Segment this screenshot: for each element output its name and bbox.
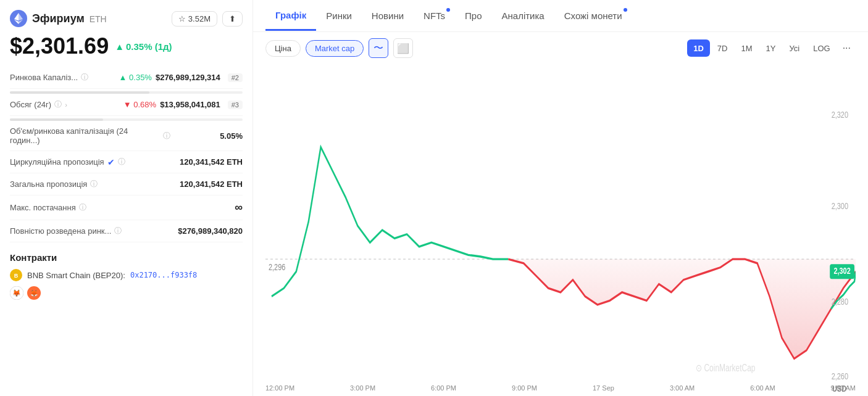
x-label-8: 9:00 AM: [831, 384, 856, 392]
foxwallet-icon[interactable]: 🦊: [27, 286, 41, 300]
up-arrow-icon: ▲: [115, 41, 124, 52]
tab-news[interactable]: Новини: [362, 2, 414, 30]
contract-address[interactable]: 0x2170...f933f8: [130, 271, 197, 279]
info-icon-max[interactable]: ⓘ: [79, 202, 86, 213]
svg-text:2,302: 2,302: [833, 266, 850, 276]
info-icon-volume[interactable]: ⓘ: [54, 99, 62, 110]
candle-icon: ⬜: [397, 43, 409, 54]
time-btn-log[interactable]: LOG: [807, 39, 836, 57]
stat-row-circ-supply: Циркуляційна пропозиція ✔ ⓘ 120,341,542 …: [10, 151, 243, 173]
tab-analytics[interactable]: Аналітика: [492, 2, 554, 30]
svg-text:🦊: 🦊: [12, 289, 21, 297]
volume-rank-badge: #3: [228, 101, 243, 109]
price-chart: 2,320 2,300 2,280 2,260 2,296 2,302 ⊙ Co…: [265, 64, 856, 396]
price-filter-btn[interactable]: Ціна: [265, 40, 301, 57]
tab-markets[interactable]: Ринки: [316, 2, 362, 30]
stat-row-market-cap: Ринкова Капаліз... ⓘ ▲ 0.35% $276,989,12…: [10, 67, 243, 89]
stat-row-fdv: Повністю розведена ринк... ⓘ $276,989,34…: [10, 220, 243, 242]
info-icon-circ[interactable]: ⓘ: [118, 157, 125, 167]
nav-tabs: Графік Ринки Новини NFTs Про Аналітика С…: [253, 0, 868, 32]
info-icon[interactable]: ⓘ: [81, 72, 88, 83]
rank-badge: #2: [228, 73, 243, 82]
fdv-value: $276,989,340,820: [178, 226, 243, 236]
chevron-icon[interactable]: ›: [65, 101, 67, 109]
time-btn-7d[interactable]: 7D: [711, 39, 734, 57]
stat-row-max-supply: Макс. постачання ⓘ ∞: [10, 196, 243, 220]
x-label-1: 12:00 PM: [265, 384, 294, 392]
vol-mcap-value: 5.05%: [220, 131, 243, 141]
coin-header: Эфириум ETH ☆ 3.52M ⬆: [10, 10, 243, 27]
share-button[interactable]: ⬆: [222, 11, 243, 27]
contract-row-bnb: B BNB Smart Chain (BEP20): 0x2170...f933…: [10, 269, 243, 281]
x-label-5: 17 Sep: [593, 384, 614, 392]
circ-supply-value: 120,341,542 ETH: [180, 157, 243, 167]
verified-icon: ✔: [107, 157, 115, 167]
svg-text:🦊: 🦊: [30, 289, 38, 297]
share-icon: ⬆: [229, 14, 236, 23]
bnb-chain-icon: B: [10, 269, 22, 281]
stat-row-volume: Обсяг (24г) ⓘ › ▼ 0.68% $13,958,041,081 …: [10, 94, 243, 116]
x-label-2: 3:00 PM: [350, 384, 375, 392]
market-cap-value: $276,989,129,314: [156, 73, 220, 82]
volume-value: $13,958,041,081: [160, 100, 220, 109]
metamask-icon[interactable]: 🦊: [10, 286, 23, 300]
tab-similar[interactable]: Схожі монети: [554, 2, 632, 30]
svg-text:B: B: [14, 273, 19, 279]
price-row: $2,301.69 ▲ 0.35% (1д): [10, 33, 243, 59]
info-icon-vol-mcap[interactable]: ⓘ: [163, 131, 170, 141]
svg-text:2,296: 2,296: [269, 262, 285, 272]
tab-chart[interactable]: Графік: [265, 1, 316, 31]
time-btn-1y[interactable]: 1Y: [760, 39, 782, 57]
price-change: ▲ 0.35% (1д): [115, 41, 172, 52]
x-label-7: 6:00 AM: [750, 384, 775, 392]
svg-rect-11: [265, 64, 856, 396]
x-label-3: 6:00 PM: [431, 384, 456, 392]
eth-icon: [10, 10, 27, 27]
current-price: $2,301.69: [10, 33, 109, 59]
nfts-dot: [446, 8, 450, 12]
time-buttons: 1D 7D 1M 1Y Усі LOG ···: [687, 39, 856, 57]
stats-table: Ринкова Капаліз... ⓘ ▲ 0.35% $276,989,12…: [10, 67, 243, 242]
watchlist-button[interactable]: ☆ 3.52M: [172, 11, 217, 27]
stat-row-vol-mcap: Об'єм/ринкова капіталізація (24 годин...…: [10, 121, 243, 151]
market-cap-change: ▲ 0.35%: [119, 73, 152, 82]
contracts-title: Контракти: [10, 252, 243, 263]
market-cap-filter-btn[interactable]: Market cap: [306, 40, 364, 57]
volume-change: ▼ 0.68%: [123, 100, 156, 109]
line-icon: 〜: [373, 42, 383, 55]
coin-name: Эфириум ETH: [32, 12, 107, 25]
time-btn-1m[interactable]: 1M: [735, 39, 758, 57]
line-chart-btn[interactable]: 〜: [369, 38, 388, 58]
svg-text:2,320: 2,320: [832, 110, 848, 120]
contracts-section: Контракти B BNB Smart Chain (BEP20): 0x2…: [10, 252, 243, 300]
info-icon-total[interactable]: ⓘ: [90, 179, 98, 189]
svg-text:2,300: 2,300: [832, 201, 848, 212]
contract-chain-label: BNB Smart Chain (BEP20):: [27, 271, 125, 280]
tab-nfts[interactable]: NFTs: [414, 2, 455, 30]
svg-text:2,280: 2,280: [832, 296, 848, 307]
svg-text:⊙ CoinMarketCap: ⊙ CoinMarketCap: [696, 362, 755, 373]
total-supply-value: 120,341,542 ETH: [180, 179, 243, 189]
time-btn-1d[interactable]: 1D: [687, 39, 710, 57]
candle-chart-btn[interactable]: ⬜: [393, 38, 413, 58]
chart-controls: Ціна Market cap 〜 ⬜ 1D 7D 1M 1Y Усі LOG …: [253, 32, 868, 64]
info-icon-fdv[interactable]: ⓘ: [114, 226, 122, 236]
x-axis-labels: 12:00 PM 3:00 PM 6:00 PM 9:00 PM 17 Sep …: [265, 383, 856, 392]
star-icon: ☆: [178, 14, 186, 23]
similar-dot: [624, 8, 627, 12]
tab-about[interactable]: Про: [455, 2, 491, 30]
x-label-6: 3:00 AM: [670, 384, 695, 392]
max-supply-value: ∞: [235, 201, 243, 214]
x-label-4: 9:00 PM: [512, 384, 537, 392]
time-btn-more[interactable]: ···: [838, 39, 856, 57]
wallet-icons: 🦊 🦊: [10, 286, 243, 300]
stat-row-total-supply: Загальна пропозиція ⓘ 120,341,542 ETH: [10, 173, 243, 196]
time-btn-all[interactable]: Усі: [783, 39, 806, 57]
svg-text:2,260: 2,260: [832, 371, 848, 381]
chart-area: 2,320 2,300 2,280 2,260 2,296 2,302 ⊙ Co…: [265, 64, 856, 396]
